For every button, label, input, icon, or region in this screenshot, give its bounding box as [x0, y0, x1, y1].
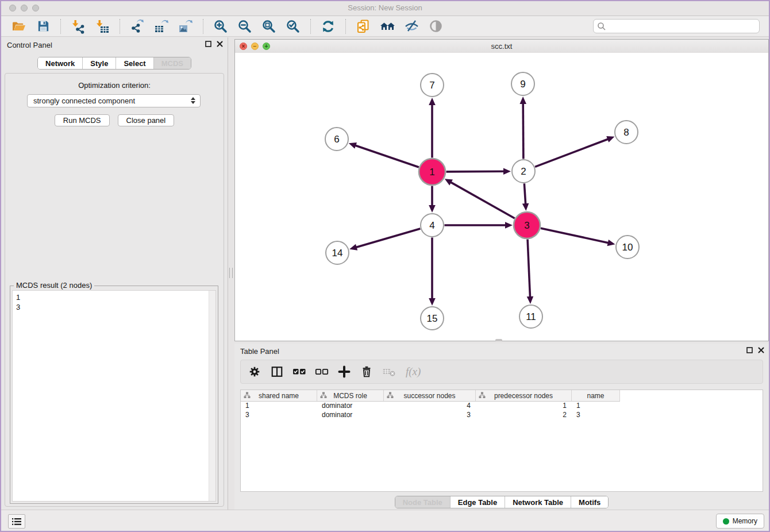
save-session-icon[interactable]: [35, 18, 51, 34]
horizontal-splitter-handle[interactable]: [495, 339, 502, 341]
mcds-result-groupbox: MCDS result (2 nodes) 13: [10, 286, 218, 504]
graph-node-label: 8: [623, 127, 629, 138]
table-cell: dominator: [317, 410, 384, 419]
graph-node-label: 1: [429, 167, 434, 178]
tab-node-table[interactable]: Node Table: [395, 496, 451, 508]
import-network-icon[interactable]: [70, 18, 86, 34]
graph-edge-4-14[interactable]: [356, 229, 421, 248]
float-panel-icon[interactable]: [205, 41, 211, 47]
node-table[interactable]: shared nameMCDS rolesuccessor nodesprede…: [240, 390, 763, 492]
table-header-row: shared nameMCDS rolesuccessor nodesprede…: [241, 390, 620, 402]
result-scrollbar[interactable]: [209, 291, 215, 501]
zoom-selected-icon[interactable]: [285, 18, 301, 34]
mcds-result-values: 13: [13, 291, 215, 314]
column-header-name[interactable]: name: [572, 390, 620, 401]
result-line: 3: [16, 302, 212, 312]
tab-select[interactable]: Select: [116, 57, 153, 69]
hide-eye-slash-icon[interactable]: [403, 18, 419, 34]
table-cell: 1: [476, 401, 572, 410]
export-network-icon[interactable]: [129, 18, 145, 34]
trash-icon[interactable]: [360, 365, 374, 379]
control-panel-header: Control Panel: [1, 37, 228, 52]
graph-node-label: 15: [427, 313, 438, 324]
graph-edge-3-11[interactable]: [528, 239, 530, 298]
table-row[interactable]: 3dominator323: [241, 410, 620, 419]
table-cell: 3: [384, 410, 476, 419]
edge-arrowhead: [429, 98, 436, 105]
graph-edge-3-1[interactable]: [450, 182, 514, 218]
dropdown-value: strongly connected component: [33, 97, 135, 105]
graph-edge-1-6[interactable]: [355, 145, 419, 167]
export-image-icon[interactable]: [178, 18, 194, 34]
graph-edge-2-9[interactable]: [523, 103, 523, 159]
edge-arrowhead: [429, 298, 436, 306]
import-table-icon[interactable]: [94, 18, 110, 34]
delete-column-icon-disabled: [382, 365, 396, 379]
apply-layout-icon[interactable]: [320, 18, 336, 34]
panel-splitter-handle[interactable]: [229, 268, 233, 278]
network-graph[interactable]: 7968124314101511: [235, 53, 768, 341]
tab-style[interactable]: Style: [83, 57, 116, 69]
show-columns-icon[interactable]: [270, 365, 284, 379]
memory-button[interactable]: Memory: [716, 514, 764, 529]
close-panel-icon[interactable]: [217, 41, 223, 47]
homes-icon[interactable]: [379, 18, 395, 34]
zoom-fit-icon[interactable]: [261, 18, 277, 34]
tab-edge-table[interactable]: Edge Table: [451, 496, 505, 508]
mcds-result-area[interactable]: 13: [12, 290, 216, 502]
network-view-window: × − + scc.txt 7968124314101511: [234, 39, 769, 341]
zoom-out-icon[interactable]: [237, 18, 253, 34]
toolbar-separator: [345, 19, 346, 34]
graph-node-label: 7: [429, 80, 434, 91]
tab-motifs[interactable]: Motifs: [571, 496, 608, 508]
tab-mcds[interactable]: MCDS: [154, 57, 191, 69]
open-session-icon[interactable]: [11, 18, 27, 34]
column-type-icon: [244, 392, 251, 400]
table-settings-gear-icon[interactable]: [248, 365, 261, 379]
column-header-label: predecessor nodes: [494, 392, 553, 400]
run-mcds-button[interactable]: Run MCDS: [55, 114, 110, 126]
graph-edge-3-10[interactable]: [541, 228, 609, 243]
column-header-predecessor-nodes[interactable]: predecessor nodes: [476, 390, 572, 401]
edge-arrowhead: [349, 142, 357, 149]
memory-label: Memory: [733, 517, 757, 525]
deselect-all-icon[interactable]: [315, 365, 329, 379]
table-cell: 1: [572, 401, 620, 410]
search-input[interactable]: [606, 21, 756, 31]
graph-edge-1-2[interactable]: [446, 171, 505, 172]
table-cell: 1: [241, 401, 317, 410]
edge-arrowhead: [519, 97, 526, 104]
table-panel-tabs: Node TableEdge TableNetwork TableMotifs: [395, 496, 609, 508]
tab-network-table[interactable]: Network Table: [505, 496, 571, 508]
table-row[interactable]: 1dominator411: [241, 401, 620, 410]
column-header-MCDS-role[interactable]: MCDS role: [317, 390, 384, 401]
close-table-panel-icon[interactable]: [758, 347, 764, 353]
graph-edge-2-3[interactable]: [524, 183, 525, 205]
export-table-icon[interactable]: [153, 18, 170, 34]
control-panel-tabs: NetworkStyleSelectMCDS: [37, 57, 191, 70]
column-header-successor-nodes[interactable]: successor nodes: [384, 390, 476, 401]
table-cell: 2: [476, 410, 572, 419]
graph-node-label: 4: [429, 220, 434, 231]
status-bar: Memory: [1, 510, 769, 531]
column-header-shared-name[interactable]: shared name: [241, 390, 317, 401]
optimization-criterion-select[interactable]: strongly connected component: [27, 94, 201, 107]
network-canvas[interactable]: 7968124314101511: [235, 53, 768, 341]
graph-edge-2-8[interactable]: [535, 139, 609, 167]
duplicate-network-icon[interactable]: [355, 18, 371, 34]
window-title: Session: New Session: [1, 3, 769, 12]
close-panel-button[interactable]: Close panel: [118, 114, 175, 126]
float-table-panel-icon[interactable]: [746, 347, 753, 353]
task-history-button[interactable]: [8, 514, 25, 529]
search-box[interactable]: [593, 19, 760, 33]
table-panel-header: Table Panel: [234, 344, 769, 358]
network-window-titlebar[interactable]: × − + scc.txt: [235, 40, 768, 53]
graph-node-label: 11: [526, 311, 536, 322]
add-column-icon[interactable]: [337, 365, 351, 379]
zoom-in-icon[interactable]: [213, 18, 229, 34]
select-all-icon[interactable]: [292, 365, 306, 379]
graph-node-label: 6: [334, 134, 339, 145]
edge-arrowhead: [527, 296, 534, 304]
edge-arrowhead: [429, 205, 436, 213]
tab-network[interactable]: Network: [38, 57, 83, 69]
